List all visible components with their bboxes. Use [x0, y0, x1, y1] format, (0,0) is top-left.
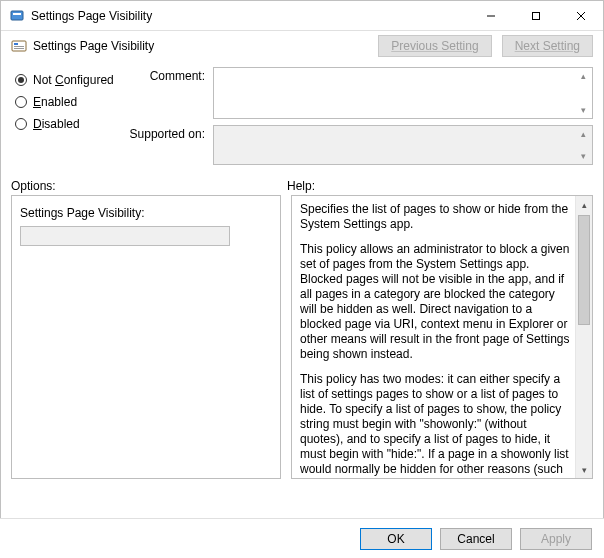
minimize-button[interactable] [468, 1, 513, 31]
scroll-up-icon: ▴ [576, 196, 592, 213]
svg-rect-3 [532, 12, 539, 19]
window-title: Settings Page Visibility [31, 9, 152, 23]
options-title: Options: [11, 179, 287, 193]
svg-rect-0 [11, 11, 23, 20]
scroll-down-icon: ▾ [575, 103, 591, 117]
svg-rect-7 [14, 43, 18, 45]
options-pane: Settings Page Visibility: [11, 195, 281, 479]
radio-icon [15, 118, 27, 130]
help-paragraph: This policy has two modes: it can either… [300, 372, 570, 479]
svg-rect-1 [13, 13, 21, 15]
svg-rect-9 [14, 48, 24, 49]
previous-setting-label: Previous Setting [391, 39, 478, 53]
help-paragraph: This policy allows an administrator to b… [300, 242, 570, 362]
panes: Settings Page Visibility: Specifies the … [1, 195, 603, 485]
radio-enabled[interactable]: Enabled [15, 91, 125, 113]
supported-on-label: Supported on: [125, 125, 213, 141]
maximize-button[interactable] [513, 1, 558, 31]
svg-rect-8 [14, 46, 24, 47]
radio-disabled[interactable]: Disabled [15, 113, 125, 135]
next-setting-button[interactable]: Next Setting [502, 35, 593, 57]
policy-icon [11, 38, 27, 54]
cancel-button[interactable]: Cancel [440, 528, 512, 550]
help-scrollbar[interactable]: ▴ ▾ [575, 196, 592, 478]
scroll-thumb[interactable] [578, 215, 590, 325]
radio-icon [15, 96, 27, 108]
radio-icon [15, 74, 27, 86]
help-pane: Specifies the list of pages to show or h… [291, 195, 593, 479]
close-button[interactable] [558, 1, 603, 31]
help-text: Specifies the list of pages to show or h… [300, 202, 570, 479]
header-strip: Settings Page Visibility Previous Settin… [1, 31, 603, 61]
comment-textarea[interactable]: ▴ ▾ [213, 67, 593, 119]
apply-button[interactable]: Apply [520, 528, 592, 550]
titlebar: Settings Page Visibility [1, 1, 603, 31]
scroll-track[interactable] [576, 213, 592, 461]
scrollbar[interactable]: ▴ ▾ [575, 69, 591, 117]
help-title: Help: [287, 179, 593, 193]
scroll-up-icon: ▴ [575, 127, 591, 141]
header-title: Settings Page Visibility [33, 39, 154, 53]
app-icon [9, 8, 25, 24]
next-setting-label: Next Setting [515, 39, 580, 53]
previous-setting-button[interactable]: Previous Setting [378, 35, 491, 57]
option-item-label: Settings Page Visibility: [20, 206, 272, 220]
comment-label: Comment: [125, 67, 213, 83]
scroll-down-icon: ▾ [575, 149, 591, 163]
ok-button[interactable]: OK [360, 528, 432, 550]
scrollbar: ▴ ▾ [575, 127, 591, 163]
config-area: Not Configured Enabled Disabled Comment:… [1, 61, 603, 171]
dialog-footer: OK Cancel Apply [0, 518, 604, 558]
state-radio-group: Not Configured Enabled Disabled [15, 67, 125, 171]
pane-titles: Options: Help: [1, 171, 603, 195]
radio-not-configured[interactable]: Not Configured [15, 69, 125, 91]
help-paragraph: Specifies the list of pages to show or h… [300, 202, 570, 232]
option-item-input[interactable] [20, 226, 230, 246]
scroll-down-icon: ▾ [576, 461, 592, 478]
supported-on-textarea: ▴ ▾ [213, 125, 593, 165]
scroll-up-icon: ▴ [575, 69, 591, 83]
